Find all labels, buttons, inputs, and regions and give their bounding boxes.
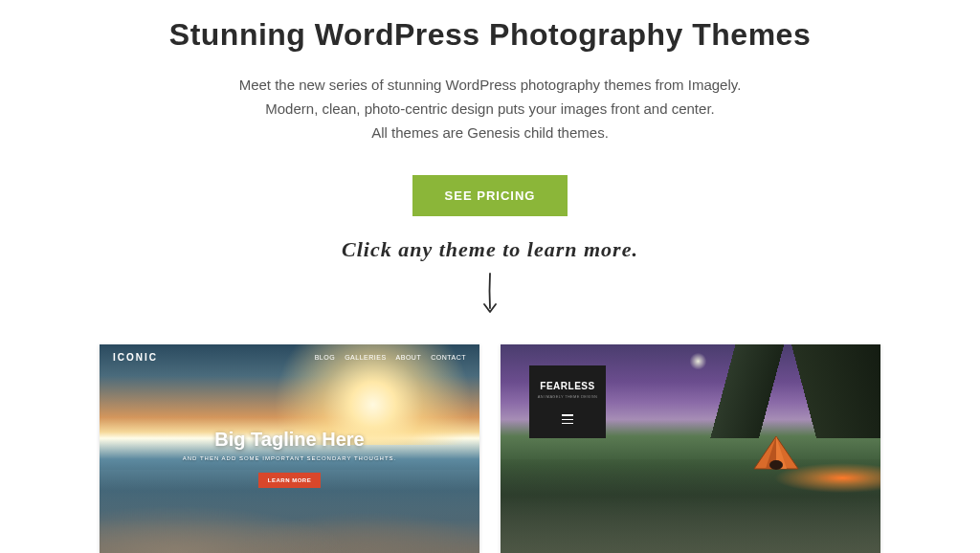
tent-icon <box>746 431 806 473</box>
theme-nav: BLOG GALLERIES ABOUT CONTACT <box>315 354 466 361</box>
theme-card-iconic[interactable]: ICONIC BLOG GALLERIES ABOUT CONTACT Big … <box>100 344 479 553</box>
page-title: Stunning WordPress Photography Themes <box>0 17 980 53</box>
see-pricing-button[interactable]: SEE PRICING <box>412 175 568 216</box>
theme-tagline: Big Tagline Here <box>100 429 479 451</box>
subtitle-line: All themes are Genesis child themes. <box>371 124 609 141</box>
subtitle-line: Meet the new series of stunning WordPres… <box>239 77 742 93</box>
theme-title-panel: FEARLESS AN IMAGELY THEME DESIGN <box>529 365 606 438</box>
svg-point-0 <box>769 460 783 470</box>
themes-grid: ICONIC BLOG GALLERIES ABOUT CONTACT Big … <box>0 344 980 553</box>
theme-nav-item: CONTACT <box>431 354 466 361</box>
theme-logo: ICONIC <box>113 352 158 363</box>
arrow-down-icon <box>0 272 980 320</box>
hint-text: Click any theme to learn more. <box>0 237 980 262</box>
theme-nav-item: BLOG <box>315 354 335 361</box>
hamburger-icon <box>562 414 573 424</box>
theme-subtitle: AN IMAGELY THEME DESIGN <box>538 394 597 399</box>
theme-nav-item: GALLERIES <box>345 354 386 361</box>
subtitle-line: Modern, clean, photo-centric design puts… <box>265 100 714 117</box>
theme-learn-more-button: LEARN MORE <box>258 473 321 488</box>
theme-subtagline: AND THEN ADD SOME IMPORTANT SECONDARY TH… <box>100 455 479 461</box>
page-subtitle: Meet the new series of stunning WordPres… <box>155 74 825 144</box>
theme-title: FEARLESS <box>540 381 594 391</box>
theme-card-fearless[interactable]: FEARLESS AN IMAGELY THEME DESIGN <box>501 344 880 553</box>
theme-nav-item: ABOUT <box>396 354 422 361</box>
